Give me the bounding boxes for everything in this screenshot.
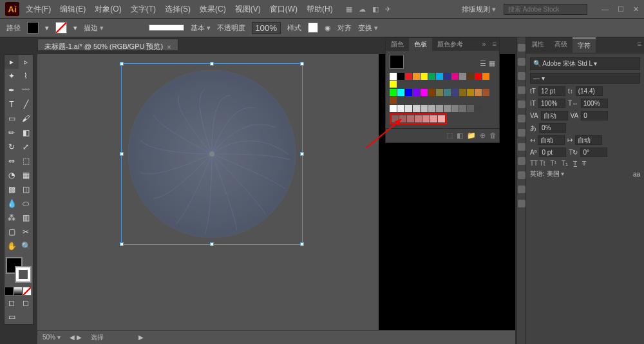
pen-tool[interactable]: ✒ (5, 83, 19, 97)
minimize-icon[interactable]: — (601, 5, 609, 14)
menu-select[interactable]: 选择(S) (165, 4, 191, 15)
paintbrush-tool[interactable]: 🖌 (19, 111, 33, 126)
handle-tl[interactable] (120, 62, 124, 66)
stroke-dropdown-icon[interactable]: ▾ (73, 24, 77, 32)
swatch-cell[interactable] (397, 89, 404, 96)
fill-dropdown-icon[interactable]: ▾ (45, 24, 49, 32)
swatch-cell[interactable] (430, 115, 437, 122)
menu-object[interactable]: 对象(O) (95, 4, 121, 15)
strip-swatches-icon[interactable] (518, 58, 526, 66)
swatch-cell[interactable] (475, 73, 482, 80)
stroke-color-box[interactable] (15, 266, 32, 283)
swatch-cell[interactable] (444, 73, 451, 80)
swatch-cell[interactable] (421, 105, 428, 112)
swatch-cell[interactable] (428, 89, 435, 96)
column-graph-tool[interactable]: ▥ (19, 211, 33, 225)
strip-color-icon[interactable] (518, 44, 526, 52)
strip-assets-icon[interactable] (518, 186, 526, 193)
swatch-cell[interactable] (444, 105, 451, 112)
handle-tc[interactable] (210, 62, 214, 66)
stroke-swatch[interactable] (55, 22, 67, 33)
swatches-tab[interactable]: 色板 (409, 38, 432, 51)
opacity-input[interactable] (252, 22, 281, 34)
menu-view[interactable]: 视图(V) (235, 4, 261, 15)
color-mode-icon[interactable] (5, 287, 14, 296)
strip-stroke-icon[interactable] (518, 100, 526, 108)
none-mode-icon[interactable] (23, 287, 32, 296)
hand-tool[interactable]: ✋ (5, 239, 19, 253)
menu-help[interactable]: 帮助(H) (307, 4, 333, 15)
char-tab-props[interactable]: 属性 (526, 37, 549, 53)
new-swatch-icon[interactable]: ⊕ (480, 131, 486, 140)
hscale-input[interactable] (581, 99, 608, 108)
strip-gradient-icon[interactable] (518, 115, 526, 122)
swatch-cell[interactable] (390, 97, 397, 104)
swatch-cell[interactable] (438, 115, 445, 122)
slice-tool[interactable]: ✂ (19, 225, 33, 239)
swatch-cell[interactable] (428, 105, 435, 112)
artboard-tool[interactable]: ▢ (5, 225, 19, 239)
direct-selection-tool[interactable]: ▹ (19, 55, 33, 69)
handle-ml[interactable] (120, 152, 124, 156)
rectangle-tool[interactable]: ▭ (5, 111, 19, 126)
draw-behind-icon[interactable]: ◻ (19, 296, 33, 310)
strip-symbols-icon[interactable] (518, 86, 526, 94)
strip-artboards-icon[interactable] (518, 200, 526, 207)
swatch-cell[interactable] (407, 115, 414, 122)
swatch-cell[interactable] (451, 105, 459, 112)
draw-normal-icon[interactable]: ◻ (5, 296, 19, 310)
menu-effect[interactable]: 效果(C) (200, 4, 226, 15)
current-swatch[interactable] (390, 55, 404, 69)
align-label[interactable]: 对齐 (337, 23, 352, 33)
rotation-input[interactable] (580, 148, 607, 157)
swatch-cell[interactable] (436, 105, 443, 112)
handle-tr[interactable] (300, 62, 304, 66)
swatch-cell[interactable] (451, 89, 459, 96)
list-view-icon[interactable]: ☰ (480, 59, 486, 68)
swatch-cell[interactable] (475, 89, 482, 96)
search-input[interactable] (504, 4, 587, 15)
menu-window[interactable]: 窗口(W) (270, 4, 298, 15)
swatch-cell[interactable] (482, 73, 489, 80)
blend-tool[interactable]: ⬭ (19, 196, 33, 211)
gradient-mode-icon[interactable] (14, 287, 23, 296)
tsume-input[interactable] (539, 123, 566, 133)
stock-icon[interactable]: ☁ (359, 5, 366, 14)
kerning-input[interactable] (541, 111, 568, 120)
handle-br[interactable] (300, 242, 304, 246)
swatch-cell[interactable] (405, 89, 412, 96)
workspace-switcher[interactable]: 排版规则 (462, 5, 496, 14)
swatch-cell[interactable] (413, 89, 420, 96)
menu-type[interactable]: 文字(T) (131, 4, 156, 15)
swatch-cell[interactable] (397, 105, 404, 112)
swatch-cell[interactable] (405, 73, 412, 80)
tracking-input[interactable] (581, 111, 608, 120)
swatch-cell[interactable] (413, 73, 420, 80)
baseline-input[interactable] (539, 148, 566, 157)
aki-left-input[interactable] (538, 135, 565, 145)
lasso-tool[interactable]: ⌇ (19, 69, 33, 83)
perspective-tool[interactable]: ▦ (19, 168, 33, 182)
panel-menu-icon[interactable]: ≡ (490, 38, 499, 51)
menu-edit[interactable]: 编辑(E) (60, 4, 86, 15)
swatch-cell[interactable] (390, 89, 397, 96)
subscript-icon[interactable]: T₁ (562, 160, 568, 167)
type-tool[interactable]: T (5, 97, 19, 111)
menu-file[interactable]: 文件(F) (26, 4, 51, 15)
artboard-nav[interactable]: ◀ ▶ (70, 334, 82, 341)
new-group-icon[interactable]: 📁 (467, 131, 476, 140)
selection-tool[interactable]: ▸ (5, 55, 19, 69)
send-icon[interactable]: ✈ (385, 5, 391, 14)
swatch-cell[interactable] (421, 73, 428, 80)
swatch-cell[interactable] (475, 105, 482, 112)
handle-bc[interactable] (210, 242, 214, 246)
curvature-tool[interactable]: 〰 (19, 83, 33, 97)
swatch-cell[interactable] (415, 115, 422, 122)
char-tab-character[interactable]: 字符 (573, 37, 596, 53)
color-tab[interactable]: 颜色 (386, 38, 409, 51)
antialias-label[interactable]: aa (633, 171, 640, 178)
maximize-icon[interactable]: ☐ (618, 5, 624, 14)
aki-right-input[interactable] (575, 135, 602, 145)
char-panel-menu-icon[interactable]: ≡ (635, 37, 644, 53)
swatch-cell[interactable] (399, 115, 406, 122)
